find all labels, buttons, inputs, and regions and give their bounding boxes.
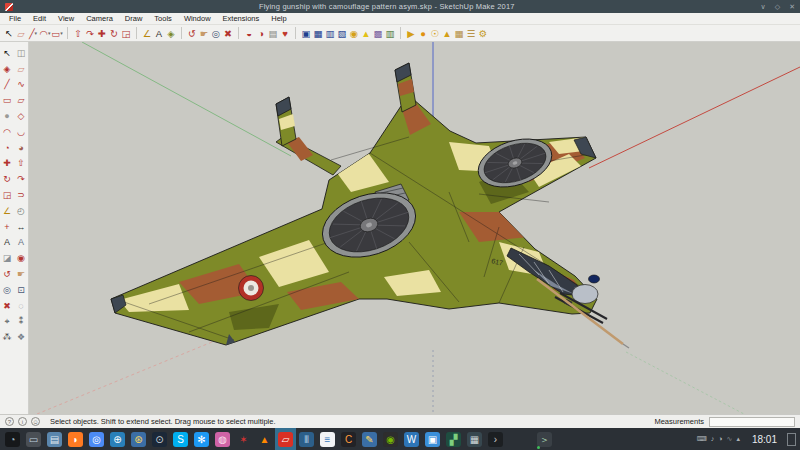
konsole-app-icon[interactable]: ＞ (534, 428, 555, 450)
model-info-icon[interactable]: ◒ (243, 26, 255, 41)
move-tool-icon[interactable]: ✚ (0, 156, 14, 172)
firefox-app-icon[interactable]: ◗ (65, 428, 86, 450)
three-point-arc-tool-icon[interactable]: ◔ (0, 140, 14, 156)
volume-tray-icon[interactable]: ♪ (711, 435, 715, 443)
minimize-button[interactable]: ∨ (761, 0, 766, 13)
keyboard-tray-icon[interactable]: ⌨ (697, 435, 707, 443)
3d-warehouse-icon[interactable]: ♥ (279, 26, 291, 41)
menu-draw[interactable]: Draw (119, 13, 149, 25)
extension-play-icon[interactable]: ▶ (405, 26, 417, 41)
select-tool-icon[interactable]: ↖ (0, 45, 14, 61)
pink-circle-app-icon[interactable]: ◍ (212, 428, 233, 450)
select-tool-icon[interactable]: ↖ (3, 26, 15, 41)
extension-warning-icon[interactable]: ▲ (441, 26, 453, 41)
blue-striped-app-icon[interactable]: ⫴ (296, 428, 317, 450)
section-plane-tool-icon[interactable]: ◪ (0, 250, 14, 266)
tape-measure-tool-icon[interactable]: ∠ (0, 203, 14, 219)
rotated-rectangle-tool-icon[interactable]: ▱ (14, 92, 28, 108)
zoom-previous-tool-icon[interactable]: ◌ (14, 298, 28, 314)
arc-tool-icon[interactable]: ◠ ▾ (39, 26, 51, 41)
menu-camera[interactable]: Camera (80, 13, 119, 25)
menu-edit[interactable]: Edit (27, 13, 52, 25)
circle-tool-icon[interactable]: ● (0, 108, 14, 124)
sketchup-app-icon[interactable]: ▱ (275, 428, 296, 450)
line-tool-icon[interactable]: ╱ ▾ (27, 26, 39, 41)
red-star-app-icon[interactable]: ✶ (233, 428, 254, 450)
freehand-tool-icon[interactable]: ∿ (14, 77, 28, 93)
rotate-tool-icon[interactable]: ↻ (0, 171, 14, 187)
document-app-icon[interactable]: ≡ (317, 428, 338, 450)
close-button[interactable]: ✕ (789, 0, 795, 13)
zoom-tool-icon[interactable]: ◎ (0, 282, 14, 298)
print-icon[interactable]: ▤ (267, 26, 279, 41)
calculator-app-icon[interactable]: ▦ (464, 428, 485, 450)
orbit-tool-icon[interactable]: ↺ (186, 26, 198, 41)
menu-help[interactable]: Help (265, 13, 292, 25)
tray-expander-icon[interactable]: ▴ (736, 435, 740, 443)
terminal-app-icon[interactable]: › (485, 428, 506, 450)
match-photo-icon[interactable]: ◑ (255, 26, 267, 41)
kde-blue-app-icon[interactable]: ✻ (191, 428, 212, 450)
browser-globe-app-icon[interactable]: ⊕ (107, 428, 128, 450)
walk-tool-icon[interactable]: ⁑ (14, 314, 28, 330)
desktop-settings-app-icon[interactable]: ▭ (23, 428, 44, 450)
nvidia-settings-app-icon[interactable]: ◉ (380, 428, 401, 450)
menu-extensions[interactable]: Extensions (217, 13, 266, 25)
text-tool-icon[interactable]: A (153, 26, 165, 41)
rotate-tool-icon[interactable]: ↻ (108, 26, 120, 41)
briefcase-app-icon[interactable]: ▣ (422, 428, 443, 450)
pan-tool-icon[interactable]: ☛ (198, 26, 210, 41)
account-status-icon[interactable]: ☺ (31, 417, 40, 426)
walk-feet-tool-icon[interactable]: ⁂ (0, 329, 14, 345)
extension-list-icon[interactable]: ☰ (465, 26, 477, 41)
steam-app-icon[interactable]: ⊙ (149, 428, 170, 450)
gunship-model[interactable]: 617 (111, 63, 629, 348)
chromium-app-icon[interactable]: ◎ (86, 428, 107, 450)
scale-tool-icon[interactable]: ◲ (120, 26, 132, 41)
paint-bucket-tool-icon[interactable]: ◈ (165, 26, 177, 41)
two-point-arc-tool-icon[interactable]: ◡ (14, 124, 28, 140)
orbit-tool-icon[interactable]: ↺ (0, 266, 14, 282)
extension-cone-icon[interactable]: ▲ (360, 26, 372, 41)
image-editor-app-icon[interactable]: ✎ (359, 428, 380, 450)
menu-view[interactable]: View (52, 13, 80, 25)
application-launcher-button[interactable]: ◔ (2, 428, 23, 450)
protractor-tool-icon[interactable]: ◴ (14, 203, 28, 219)
display-tray-icon[interactable]: ◑ (718, 435, 722, 443)
line-tool-icon[interactable]: ╱ (0, 77, 14, 93)
globe-yellow-app-icon[interactable]: ⊛ (128, 428, 149, 450)
scale-tool-icon[interactable]: ◲ (0, 187, 14, 203)
arc-tool-icon[interactable]: ◠ (0, 124, 14, 140)
3d-text-tool-icon[interactable]: A (14, 235, 28, 251)
menu-file[interactable]: File (3, 13, 27, 25)
help-status-icon[interactable]: ? (5, 417, 14, 426)
eraser-tool-icon[interactable]: ▱ (14, 61, 28, 77)
viewport-canvas[interactable]: 617 (29, 42, 800, 414)
extension-columns-icon[interactable]: ▥ (384, 26, 396, 41)
extension-grid-icon[interactable]: ▦ (453, 26, 465, 41)
dimension-tool-icon[interactable]: ↔ (14, 219, 28, 235)
writer-app-icon[interactable]: W (401, 428, 422, 450)
extension-settings-icon[interactable]: ⚙ (477, 26, 489, 41)
offset-tool-icon[interactable]: ⊃ (14, 187, 28, 203)
zoom-tool-icon[interactable]: ◎ (210, 26, 222, 41)
extension-blue-3-icon[interactable]: ▥ (324, 26, 336, 41)
pan-tool-icon[interactable]: ☛ (14, 266, 28, 282)
follow-me-tool-icon[interactable]: ↷ (14, 171, 28, 187)
push-pull-tool-icon[interactable]: ⇧ (72, 26, 84, 41)
network-tray-icon[interactable]: ∿ (727, 435, 733, 443)
menu-window[interactable]: Window (178, 13, 217, 25)
move-tool-icon[interactable]: ✚ (96, 26, 108, 41)
dark-c-app-icon[interactable]: C (338, 428, 359, 450)
axes-tool-icon[interactable]: + (0, 219, 14, 235)
pie-tool-icon[interactable]: ◕ (14, 140, 28, 156)
paint-bucket-tool-icon[interactable]: ◈ (0, 61, 14, 77)
extension-pixels-icon[interactable]: ▩ (372, 26, 384, 41)
push-pull-tool-icon[interactable]: ⇧ (14, 156, 28, 172)
position-camera-tool-icon[interactable]: ◉ (14, 250, 28, 266)
make-component-icon[interactable]: ◫ (14, 45, 28, 61)
info-status-icon[interactable]: i (18, 417, 27, 426)
rectangle-tool-icon[interactable]: ▭ ▾ (51, 26, 63, 41)
maximize-button[interactable]: ◇ (775, 0, 780, 13)
rectangle-tool-icon[interactable]: ▭ (0, 92, 14, 108)
